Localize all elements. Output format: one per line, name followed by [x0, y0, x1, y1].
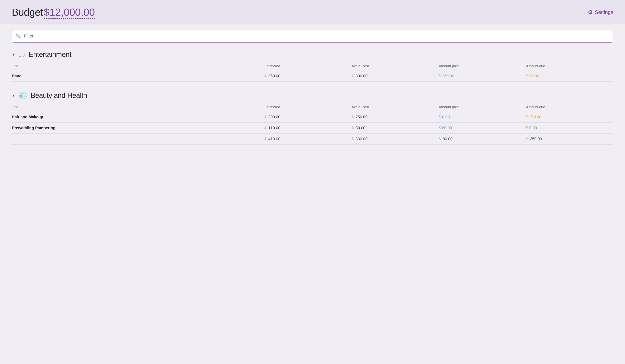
gear-icon: ⚙ — [588, 9, 593, 16]
beauty-icon: 💨 — [19, 91, 28, 100]
currency-icon: $ — [264, 74, 266, 78]
row-actual: $ 80.00 — [352, 123, 439, 134]
row-estimated: $ 110.00 — [264, 123, 352, 134]
beauty-title: Beauty and Health — [31, 91, 87, 100]
main-content: 🔍 ▾ ♩♪ Entertainment Title Estimated Act… — [0, 24, 625, 160]
entertainment-title: Entertainment — [29, 50, 71, 59]
row-title: Band — [12, 71, 264, 82]
totals-due-value: 250.00 — [530, 137, 542, 141]
actual-value: 250.00 — [355, 115, 368, 119]
table-row: Hair and Makeup $ 300.00 $ 250.00 — [12, 112, 613, 123]
estimated-value: 300.00 — [268, 115, 280, 119]
row-paid: $ 0.00 — [439, 112, 526, 123]
row-estimated: $ 300.00 — [264, 112, 352, 123]
currency-icon: $ — [439, 137, 441, 141]
totals-actual-value: 330.00 — [355, 137, 368, 141]
table-row: Prewedding Pampering $ 110.00 $ 80.00 — [12, 123, 613, 134]
row-estimated: $ 350.00 — [264, 71, 352, 82]
entertainment-icon: ♩♪ — [19, 50, 26, 59]
due-value: $ 50.00 — [526, 74, 539, 78]
currency-icon: $ — [352, 115, 353, 119]
due-value: $ 250.00 — [526, 115, 541, 119]
col-estimated-ent: Estimated — [264, 62, 352, 71]
filter-container: 🔍 — [12, 30, 613, 43]
currency-icon: $ — [264, 115, 266, 119]
actual-value: 300.00 — [355, 74, 368, 78]
row-due: $ 250.00 — [526, 112, 613, 123]
category-header-beauty: ▾ 💨 Beauty and Health — [12, 91, 613, 100]
currency-icon: $ — [352, 74, 353, 78]
totals-paid-value: 80.00 — [443, 137, 452, 141]
budget-amount: $12,000.00 — [44, 6, 95, 19]
estimated-value: 110.00 — [268, 126, 280, 130]
col-estimated-bh: Estimated — [264, 104, 352, 112]
row-due: $ 0.00 — [526, 123, 613, 134]
row-due: $ 50.00 — [526, 71, 613, 82]
col-title-ent: Title — [12, 62, 264, 71]
actual-value: 80.00 — [355, 126, 365, 130]
col-paid-ent: Amount paid — [439, 62, 526, 71]
row-actual: $ 250.00 — [352, 112, 439, 123]
collapse-beauty-button[interactable]: ▾ — [12, 92, 16, 99]
col-due-bh: Amount due — [526, 104, 613, 112]
totals-estimated: $ 410.00 — [264, 134, 352, 144]
category-beauty-health: ▾ 💨 Beauty and Health Title Estimated Ac… — [12, 91, 613, 144]
entertainment-table: Title Estimated Actual cost Amount paid … — [12, 62, 613, 82]
currency-icon: $ — [352, 126, 353, 130]
category-entertainment: ▾ ♩♪ Entertainment Title Estimated Actua… — [12, 50, 613, 82]
settings-button[interactable]: ⚙ Settings — [588, 9, 613, 16]
totals-estimated-value: 410.00 — [268, 137, 280, 141]
row-actual: $ 300.00 — [352, 71, 439, 82]
filter-input[interactable] — [12, 30, 613, 43]
col-due-ent: Amount due — [526, 62, 613, 71]
currency-icon: $ — [264, 126, 266, 130]
paid-value: $ 0.00 — [439, 115, 450, 119]
settings-label: Settings — [595, 9, 613, 15]
row-paid: $ 80.00 — [439, 123, 526, 134]
col-actual-bh: Actual cost — [352, 104, 439, 112]
row-title: Hair and Makeup — [12, 112, 264, 123]
header: Budget $12,000.00 ⚙ Settings — [0, 0, 625, 24]
paid-value: $ 250.00 — [439, 74, 454, 78]
col-title-bh: Title — [12, 104, 264, 112]
category-header-entertainment: ▾ ♩♪ Entertainment — [12, 50, 613, 59]
budget-label: Budget — [12, 6, 43, 18]
col-actual-ent: Actual cost — [352, 62, 439, 71]
collapse-entertainment-button[interactable]: ▾ — [12, 51, 16, 58]
budget-title: Budget $12,000.00 — [12, 6, 95, 18]
totals-label — [12, 134, 264, 144]
totals-paid: $ 80.00 — [439, 134, 526, 144]
currency-icon: $ — [526, 137, 528, 141]
estimated-value: 350.00 — [268, 74, 280, 78]
currency-icon: $ — [352, 137, 353, 141]
totals-actual: $ 330.00 — [352, 134, 439, 144]
table-row: Band $ 350.00 $ 300.00 $ — [12, 71, 613, 82]
currency-icon: $ — [264, 137, 266, 141]
paid-value: $ 80.00 — [439, 126, 452, 130]
col-paid-bh: Amount paid — [439, 104, 526, 112]
due-value: $ 0.00 — [526, 126, 537, 130]
totals-due: $ 250.00 — [526, 134, 613, 144]
beauty-table: Title Estimated Actual cost Amount paid … — [12, 104, 613, 144]
totals-row: $ 410.00 $ 330.00 $ 80.00 — [12, 134, 613, 144]
row-paid: $ 250.00 — [439, 71, 526, 82]
search-icon: 🔍 — [16, 33, 21, 39]
row-title: Prewedding Pampering — [12, 123, 264, 134]
